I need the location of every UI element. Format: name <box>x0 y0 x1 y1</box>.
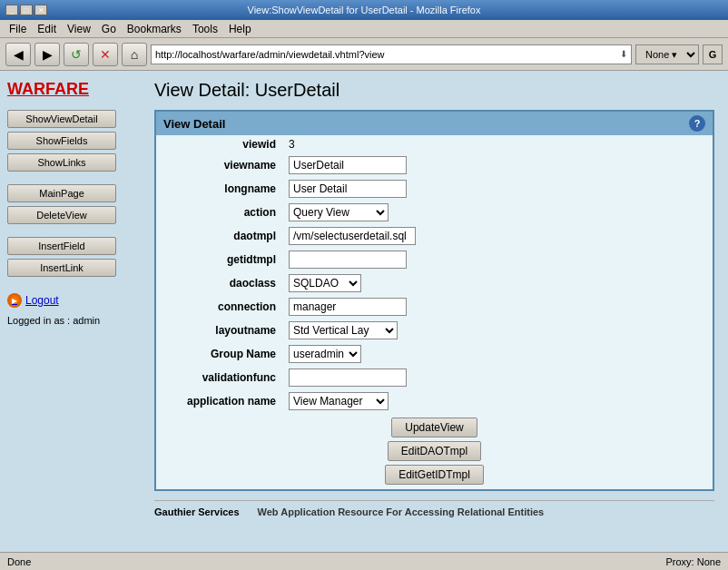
table-row: action Query View <box>156 201 713 224</box>
sidebar: WARFARE ShowViewDetail ShowFields ShowLi… <box>0 71 141 552</box>
longname-input[interactable] <box>289 180 407 198</box>
table-row: daoclass SQLDAO <box>156 271 713 295</box>
address-bar: ⬇ <box>151 44 632 64</box>
daotmpl-value <box>283 224 713 248</box>
groupname-value: useradmin <box>283 342 713 366</box>
daotmpl-label: daotmpl <box>156 224 283 248</box>
longname-label: longname <box>156 177 283 201</box>
titlebar: _ □ ✕ View:ShowViewDetail for UserDetail… <box>0 0 728 20</box>
viewid-text: 3 <box>289 138 295 151</box>
menu-edit[interactable]: Edit <box>32 22 62 36</box>
appname-select[interactable]: View Manager <box>289 392 389 410</box>
table-row: daotmpl <box>156 224 713 248</box>
status-left: Done <box>7 556 31 567</box>
layoutname-value: Std Vertical Lay <box>283 319 713 342</box>
status-right: Proxy: None <box>665 556 721 567</box>
viewname-input[interactable] <box>289 156 407 174</box>
groupname-label: Group Name <box>156 342 283 366</box>
home-btn[interactable]: ⌂ <box>122 43 147 66</box>
layoutname-label: layoutname <box>156 319 283 342</box>
show-fields-btn[interactable]: ShowFields <box>7 132 116 150</box>
edit-dao-btn[interactable]: EditDAOTmpl <box>388 441 481 461</box>
page-area: View Detail: UserDetail View Detail ? vi… <box>141 71 728 552</box>
menu-bookmarks[interactable]: Bookmarks <box>122 22 187 36</box>
menubar: File Edit View Go Bookmarks Tools Help <box>0 20 728 38</box>
page-footer: Gauthier Services Web Application Resour… <box>154 500 714 517</box>
btn-cell: UpdateView EditDAOTmpl EditGetIDTmpl <box>156 413 713 489</box>
window-title: View:ShowViewDetail for UserDetail - Moz… <box>47 5 681 15</box>
edit-getid-btn[interactable]: EditGetIDTmpl <box>385 465 484 485</box>
daoclass-value: SQLDAO <box>283 271 713 295</box>
connection-input[interactable] <box>289 298 407 316</box>
go-dropdown[interactable]: None ▾ <box>635 44 699 64</box>
toolbar: ◀ ▶ ↺ ✕ ⌂ ⬇ None ▾ G <box>0 38 728 71</box>
daotmpl-input[interactable] <box>289 227 416 245</box>
main-content: WARFARE ShowViewDetail ShowFields ShowLi… <box>0 71 728 552</box>
getidtmpl-input[interactable] <box>289 251 407 269</box>
connection-value <box>283 295 713 319</box>
logout-label: Logout <box>25 294 59 307</box>
minimize-btn[interactable]: _ <box>5 5 18 15</box>
viewname-value <box>283 153 713 177</box>
button-row: UpdateView EditDAOTmpl EditGetIDTmpl <box>156 413 713 489</box>
forward-btn[interactable]: ▶ <box>34 43 60 66</box>
validationfunc-label: validationfunc <box>156 366 283 389</box>
layoutname-select[interactable]: Std Vertical Lay <box>289 321 398 339</box>
brand-link[interactable]: WARFARE <box>7 80 133 99</box>
view-detail-container: View Detail ? viewid 3 viewname lo <box>154 110 714 491</box>
viewname-label: viewname <box>156 153 283 177</box>
longname-value <box>283 177 713 201</box>
getidtmpl-label: getidtmpl <box>156 248 283 271</box>
view-detail-header: View Detail ? <box>156 112 713 135</box>
validationfunc-value <box>283 366 713 389</box>
action-value: Query View <box>283 201 713 224</box>
daoclass-select[interactable]: SQLDAO <box>289 274 361 292</box>
table-row: connection <box>156 295 713 319</box>
viewid-value: 3 <box>283 135 713 153</box>
groupname-select[interactable]: useradmin <box>289 345 361 363</box>
table-row: Group Name useradmin <box>156 342 713 366</box>
address-input[interactable] <box>155 49 618 60</box>
stop-btn[interactable]: ✕ <box>93 43 118 66</box>
show-view-detail-btn[interactable]: ShowViewDetail <box>7 110 116 128</box>
form-table: viewid 3 viewname longname <box>156 135 713 489</box>
connection-label: connection <box>156 295 283 319</box>
logged-in-text: Logged in as : admin <box>7 315 133 326</box>
appname-label: application name <box>156 389 283 413</box>
rss-icon: ⬇ <box>620 49 627 59</box>
validationfunc-input[interactable] <box>289 369 407 387</box>
menu-view[interactable]: View <box>62 22 96 36</box>
insert-link-btn[interactable]: InsertLink <box>7 259 116 277</box>
viewid-label: viewid <box>156 135 283 153</box>
table-row: viewid 3 <box>156 135 713 153</box>
menu-help[interactable]: Help <box>223 22 257 36</box>
action-select[interactable]: Query View <box>289 203 389 221</box>
help-icon[interactable]: ? <box>689 115 705 132</box>
table-row: longname <box>156 177 713 201</box>
form-title: View Detail <box>163 117 225 131</box>
footer-text: Web Application Resource For Accessing R… <box>258 506 545 517</box>
maximize-btn[interactable]: □ <box>20 5 33 15</box>
menu-file[interactable]: File <box>4 22 32 36</box>
menu-tools[interactable]: Tools <box>187 22 223 36</box>
footer-brand: Gauthier Services <box>154 506 240 517</box>
menu-go[interactable]: Go <box>96 22 122 36</box>
update-view-btn[interactable]: UpdateView <box>391 418 477 437</box>
insert-field-btn[interactable]: InsertField <box>7 237 116 255</box>
reload-btn[interactable]: ↺ <box>64 43 89 66</box>
delete-view-btn[interactable]: DeleteView <box>7 206 116 224</box>
table-row: viewname <box>156 153 713 177</box>
daoclass-label: daoclass <box>156 271 283 295</box>
show-links-btn[interactable]: ShowLinks <box>7 153 116 172</box>
logout-link[interactable]: ▶ Logout <box>7 293 133 308</box>
table-row: getidtmpl <box>156 248 713 271</box>
appname-value: View Manager <box>283 389 713 413</box>
main-page-btn[interactable]: MainPage <box>7 184 116 202</box>
close-btn[interactable]: ✕ <box>34 5 47 15</box>
statusbar: Done Proxy: None <box>0 552 728 570</box>
table-row: application name View Manager <box>156 389 713 413</box>
back-btn[interactable]: ◀ <box>5 43 31 66</box>
table-row: layoutname Std Vertical Lay <box>156 319 713 342</box>
page-title: View Detail: UserDetail <box>154 80 714 101</box>
search-btn[interactable]: G <box>703 44 723 64</box>
